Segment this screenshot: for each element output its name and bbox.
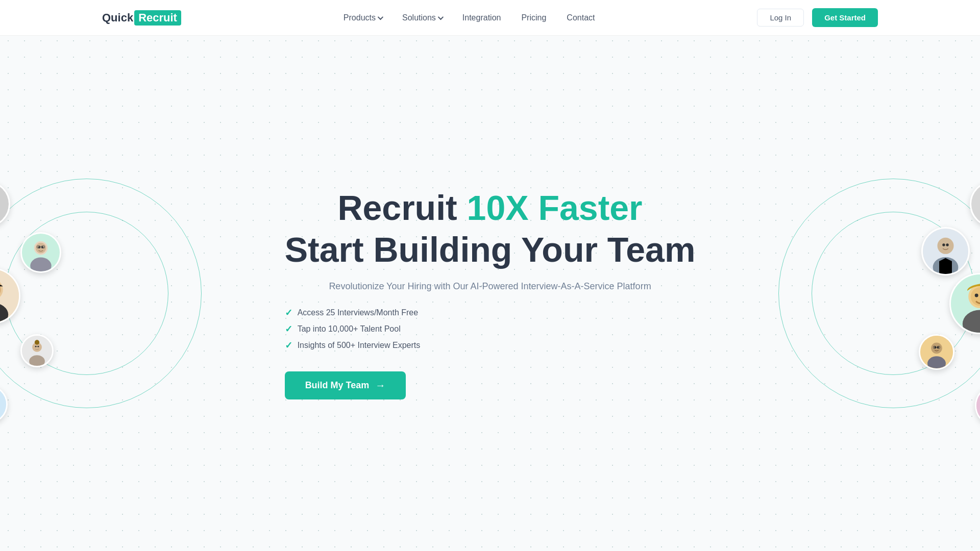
hero-feature-3: ✓ Insights of 500+ Interview Experts (285, 340, 421, 351)
left-avatar-cluster (0, 166, 214, 421)
svg-rect-27 (0, 387, 6, 422)
navbar: QuickRecruit Products Solutions Integrat… (0, 0, 980, 36)
nav-actions: Log In Get Started (757, 8, 878, 27)
avatar (919, 334, 954, 370)
nav-contact[interactable]: Contact (567, 13, 595, 22)
nav-links: Products Solutions Integration Pricing C… (344, 13, 595, 22)
logo-recruit: Recruit (134, 10, 181, 26)
logo-quick: Quick (102, 11, 133, 24)
login-button[interactable]: Log In (757, 9, 804, 27)
nav-integration[interactable]: Integration (462, 13, 501, 22)
check-icon-3: ✓ (285, 340, 292, 351)
svg-point-23 (35, 346, 37, 347)
nav-products[interactable]: Products (344, 13, 382, 22)
hero-feature-2: ✓ Tap into 10,000+ Talent Pool (285, 323, 401, 335)
nav-pricing[interactable]: Pricing (521, 13, 546, 22)
svg-rect-56 (976, 387, 980, 424)
get-started-button[interactable]: Get Started (812, 8, 878, 27)
nav-solutions[interactable]: Solutions (402, 13, 442, 22)
chevron-down-icon (438, 14, 444, 19)
right-avatar-cluster (766, 166, 980, 421)
hero-content: Recruit 10X Faster Start Building Your T… (285, 187, 696, 399)
avatar (921, 227, 970, 276)
avatar (975, 385, 980, 426)
avatar (20, 334, 54, 367)
arrow-right-icon: → (375, 380, 385, 391)
svg-point-38 (937, 238, 953, 254)
hero-features-list: ✓ Access 25 Interviews/Month Free ✓ Tap … (285, 307, 696, 351)
check-icon-1: ✓ (285, 307, 292, 318)
avatar (0, 385, 8, 423)
hero-section: Recruit 10X Faster Start Building Your T… (0, 36, 980, 551)
build-team-button[interactable]: Build My Team → (285, 371, 406, 399)
hero-feature-1: ✓ Access 25 Interviews/Month Free (285, 307, 419, 318)
chevron-down-icon (378, 14, 383, 19)
svg-point-25 (35, 340, 39, 344)
svg-point-49 (931, 342, 942, 354)
svg-point-24 (37, 346, 39, 347)
svg-point-40 (946, 243, 948, 246)
hero-subtitle: Revolutionize Your Hiring with Our AI-Po… (285, 281, 696, 292)
avatar (20, 232, 61, 273)
check-icon-2: ✓ (285, 323, 292, 335)
svg-point-39 (942, 243, 945, 246)
hero-title: Recruit 10X Faster Start Building Your T… (285, 187, 696, 270)
svg-point-45 (975, 294, 978, 297)
logo[interactable]: QuickRecruit (102, 10, 181, 26)
